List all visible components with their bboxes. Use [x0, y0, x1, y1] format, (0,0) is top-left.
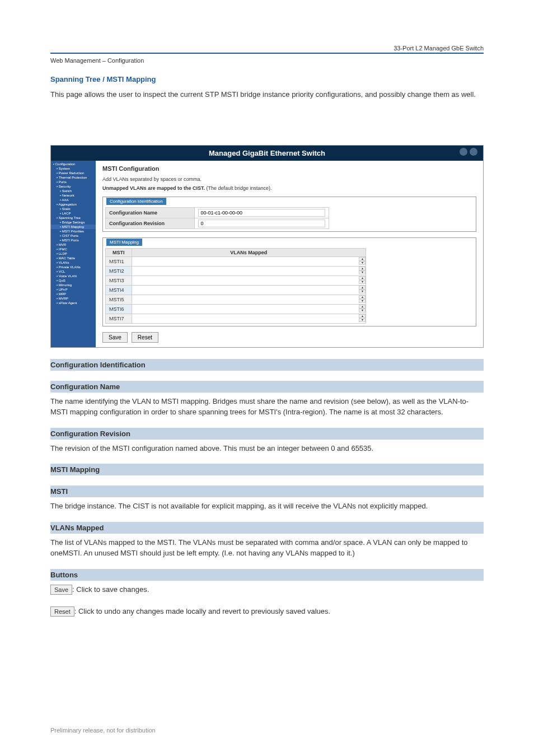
doc-msti-title: MSTI	[50, 486, 484, 497]
doc-config-name-title: Configuration Name	[50, 381, 484, 393]
sidebar-item-aggregation[interactable]: • Aggregation	[51, 202, 96, 207]
down-btn[interactable]: ▾	[359, 280, 366, 284]
header-divider	[50, 53, 484, 54]
up-btn[interactable]: ▴	[359, 276, 366, 280]
sidebar-item-lldp[interactable]: • LLDP	[51, 251, 96, 256]
mapping-col-msti: MSTI	[106, 248, 132, 256]
sidebar-item-vcl[interactable]: • VCL	[51, 269, 96, 274]
sidebar-item-security[interactable]: • Security	[51, 184, 96, 189]
sidebar: • Configuration• System• Power Reduction…	[51, 161, 96, 347]
up-btn[interactable]: ▴	[359, 257, 366, 261]
down-btn[interactable]: ▾	[359, 309, 366, 312]
save-button[interactable]: Save	[102, 332, 128, 343]
sidebar-item-ports[interactable]: • Ports	[51, 180, 96, 184]
section-title: Spanning Tree / MSTI Mapping	[50, 75, 484, 83]
msti-row-label: MSTI7	[106, 314, 132, 323]
sidebar-item-spanning-tree[interactable]: • Spanning Tree	[51, 216, 96, 220]
msti-mapping-fieldset: MSTI Mapping MSTI VLANs Mapped MSTI1▴▾MS…	[102, 237, 476, 326]
vlans-mapped-input[interactable]	[132, 267, 359, 274]
up-btn[interactable]: ▴	[359, 295, 366, 299]
sidebar-item-system[interactable]: • System	[51, 166, 96, 171]
config-rev-label: Configuration Revision	[106, 218, 195, 228]
down-btn[interactable]: ▾	[359, 318, 366, 322]
sidebar-item-cist-ports[interactable]: • CIST Ports	[51, 234, 96, 238]
up-btn[interactable]: ▴	[359, 267, 366, 270]
logout-icon[interactable]	[470, 148, 477, 156]
sidebar-item-lacp[interactable]: • LACP	[51, 211, 96, 216]
sidebar-item-msti-priorities[interactable]: • MSTI Priorities	[51, 229, 96, 234]
main-subtitle: Add VLANs separated by spaces or comma.	[102, 176, 476, 182]
page-footer: Preliminary release, not for distributio…	[50, 727, 156, 734]
sidebar-item-mac-table[interactable]: • MAC Table	[51, 256, 96, 260]
home-icon[interactable]	[460, 148, 467, 156]
doc-save-label: Save	[50, 585, 72, 595]
table-row: MSTI5▴▾	[106, 295, 366, 304]
vlans-mapped-input[interactable]	[132, 257, 359, 265]
sidebar-item-power-reduction[interactable]: • Power Reduction	[51, 171, 96, 175]
config-name-input[interactable]	[198, 209, 325, 217]
sidebar-item-ipmc[interactable]: • IPMC	[51, 247, 96, 251]
main-note: Unmapped VLANs are mapped to the CIST. (…	[102, 185, 476, 191]
vlans-mapped-input[interactable]	[132, 295, 359, 303]
table-row: MSTI3▴▾	[106, 276, 366, 285]
msti-row-label: MSTI1	[106, 256, 132, 266]
down-btn[interactable]: ▾	[359, 299, 366, 303]
sidebar-item-upnp[interactable]: • UPnP	[51, 287, 96, 292]
sidebar-item-mrp[interactable]: • MRP	[51, 292, 96, 296]
doc-msti-mapping-title: MSTI Mapping	[50, 464, 484, 475]
sidebar-item-switch[interactable]: • Switch	[51, 189, 96, 193]
sidebar-item-network[interactable]: • Network	[51, 193, 96, 198]
vlans-mapped-input[interactable]	[132, 276, 359, 284]
sidebar-item-configuration[interactable]: • Configuration	[51, 162, 96, 166]
doc-config-rev-title: Configuration Revision	[50, 428, 484, 440]
main-title: MSTI Configuration	[102, 165, 476, 172]
down-btn[interactable]: ▾	[359, 261, 366, 265]
doc-config-rev-text: The revision of the MSTI configuration n…	[50, 443, 484, 454]
up-btn[interactable]: ▴	[359, 314, 366, 318]
config-table: Configuration Name Configuration Revisio…	[105, 207, 329, 229]
doc-config-name-text: The name identifying the VLAN to MSTI ma…	[50, 396, 484, 418]
msti-row-label: MSTI5	[106, 295, 132, 304]
doc-vlans-mapped-text: The list of VLANs mapped to the MSTI. Th…	[50, 537, 484, 559]
sidebar-item-voice-vlan[interactable]: • Voice VLAN	[51, 274, 96, 278]
page-header-right: 33-Port L2 Managed GbE Switch	[50, 45, 484, 52]
vlans-mapped-input[interactable]	[132, 286, 359, 293]
up-btn[interactable]: ▴	[359, 286, 366, 290]
sidebar-item-aaa[interactable]: • AAA	[51, 198, 96, 202]
section-intro-text: This page allows the user to inspect the…	[50, 89, 484, 100]
doc-buttons-text: Save: Click to save changes. Reset: Clic…	[50, 584, 484, 617]
sidebar-item-static[interactable]: • Static	[51, 207, 96, 211]
sidebar-item-bridge-settings[interactable]: • Bridge Settings	[51, 220, 96, 225]
doc-msti-text: The bridge instance. The CIST is not ava…	[50, 501, 484, 512]
screenshot-container: Managed GigaBit Ethernet Switch • Config…	[50, 145, 484, 348]
config-name-label: Configuration Name	[106, 207, 195, 218]
doc-config-id-title: Configuration Identification	[50, 359, 484, 371]
msti-row-label: MSTI6	[106, 304, 132, 314]
config-id-legend: Configuration Identification	[106, 198, 166, 205]
sidebar-item-sflow-agent[interactable]: • sFlow Agent	[51, 301, 96, 305]
sidebar-item-mvr[interactable]: • MVR	[51, 242, 96, 247]
sidebar-item-qos[interactable]: • QoS	[51, 278, 96, 283]
mapping-col-vlans: VLANs Mapped	[132, 248, 366, 256]
down-btn[interactable]: ▾	[359, 290, 366, 293]
sidebar-item-mirroring[interactable]: • Mirroring	[51, 283, 96, 287]
sidebar-item-thermal-protection[interactable]: • Thermal Protection	[51, 175, 96, 180]
sidebar-item-vlans[interactable]: • VLANs	[51, 260, 96, 265]
doc-vlans-mapped-title: VLANs Mapped	[50, 522, 484, 534]
vlans-mapped-input[interactable]	[132, 305, 359, 312]
config-rev-input[interactable]	[198, 220, 325, 227]
sidebar-item-private-vlans[interactable]: • Private VLANs	[51, 265, 96, 269]
up-btn[interactable]: ▴	[359, 305, 366, 309]
doc-buttons-title: Buttons	[50, 569, 484, 581]
sidebar-item-mvrp[interactable]: • MVRP	[51, 296, 96, 301]
vlans-mapped-input[interactable]	[132, 314, 359, 322]
down-btn[interactable]: ▾	[359, 270, 366, 274]
mapping-table: MSTI VLANs Mapped MSTI1▴▾MSTI2▴▾MSTI3▴▾M…	[105, 248, 366, 324]
sidebar-item-msti-ports[interactable]: • MSTI Ports	[51, 238, 96, 242]
table-row: MSTI2▴▾	[106, 266, 366, 276]
doc-reset-label: Reset	[50, 606, 74, 617]
table-row: MSTI4▴▾	[106, 285, 366, 295]
sidebar-item-msti-mapping[interactable]: • MSTI Mapping	[51, 225, 96, 229]
reset-button[interactable]: Reset	[132, 332, 158, 343]
msti-mapping-legend: MSTI Mapping	[106, 239, 142, 246]
